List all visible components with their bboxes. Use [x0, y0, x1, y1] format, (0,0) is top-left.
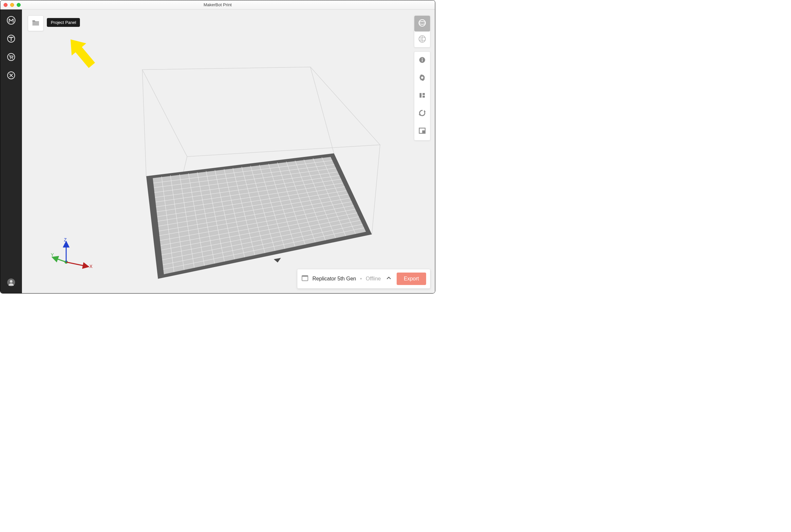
svg-point-9: [10, 280, 13, 283]
store-icon[interactable]: [6, 52, 16, 62]
left-sidebar: [0, 10, 22, 293]
separator-dot: •: [360, 276, 362, 282]
refresh-icon: [418, 109, 426, 118]
place-face-button[interactable]: [414, 122, 430, 140]
view-solid-button[interactable]: [414, 16, 430, 32]
svg-point-4: [12, 58, 13, 59]
svg-point-2: [7, 53, 15, 61]
place-face-icon: [418, 127, 426, 136]
refresh-button[interactable]: [414, 105, 430, 122]
svg-rect-73: [422, 130, 425, 133]
export-button[interactable]: Export: [397, 272, 426, 285]
svg-line-12: [372, 145, 380, 234]
svg-marker-62: [421, 38, 422, 40]
arrange-button[interactable]: [414, 87, 430, 105]
window-controls: [4, 3, 21, 7]
axis-y-label: Y: [51, 252, 54, 258]
expand-printer-panel-button[interactable]: [385, 274, 393, 283]
makerbot-logo-icon[interactable]: [6, 15, 16, 25]
svg-point-59: [419, 20, 425, 26]
svg-rect-64: [422, 59, 423, 62]
svg-rect-69: [423, 96, 425, 98]
minimize-window-button[interactable]: [10, 3, 14, 7]
window-title: MakerBot Print: [0, 2, 435, 7]
svg-rect-75: [302, 276, 308, 277]
svg-line-10: [142, 70, 146, 176]
svg-marker-71: [419, 114, 421, 116]
view-layer-button[interactable]: [414, 32, 430, 47]
project-panel-button[interactable]: [28, 15, 43, 31]
object-tools-panel: [414, 52, 430, 140]
project-panel-tooltip: Project Panel: [47, 18, 80, 27]
axis-gizmo: X Y Z: [48, 238, 94, 273]
svg-point-66: [421, 77, 424, 79]
svg-point-0: [7, 16, 15, 24]
axis-x-label: X: [90, 264, 93, 269]
svg-rect-67: [420, 93, 422, 98]
account-icon[interactable]: [6, 278, 16, 287]
close-window-button[interactable]: [4, 3, 7, 7]
svg-point-6: [9, 74, 11, 75]
layers-icon: [418, 35, 426, 44]
thingiverse-icon[interactable]: [6, 34, 16, 43]
chevron-up-icon: [386, 276, 391, 282]
arrange-icon: [418, 91, 426, 100]
folder-icon: [32, 19, 40, 27]
viewport-3d[interactable]: Project Panel X Y Z: [22, 10, 435, 293]
settings-button[interactable]: [414, 70, 430, 87]
printer-icon: [301, 275, 309, 283]
svg-rect-68: [423, 93, 425, 95]
titlebar: MakerBot Print: [0, 0, 435, 10]
main-area: Project Panel X Y Z: [0, 10, 435, 293]
svg-point-3: [10, 58, 11, 59]
right-tool-panels: [414, 15, 430, 140]
svg-point-60: [419, 22, 425, 24]
printer-status-bar: Replicator 5th Gen • Offline Export: [297, 269, 430, 289]
info-button[interactable]: [414, 52, 430, 70]
svg-rect-52: [33, 22, 39, 25]
svg-line-56: [66, 262, 87, 266]
gear-icon: [418, 74, 426, 83]
view-mode-panel: [414, 15, 430, 48]
sphere-icon: [418, 19, 426, 28]
axis-z-label: Z: [64, 238, 67, 242]
maximize-window-button[interactable]: [17, 3, 21, 7]
svg-point-65: [422, 58, 423, 59]
svg-point-7: [12, 76, 13, 77]
tools-icon[interactable]: [6, 71, 16, 80]
printer-status-text: Offline: [366, 276, 381, 282]
svg-line-57: [54, 258, 66, 262]
info-icon: [419, 56, 426, 65]
printer-name: Replicator 5th Gen: [312, 276, 356, 282]
